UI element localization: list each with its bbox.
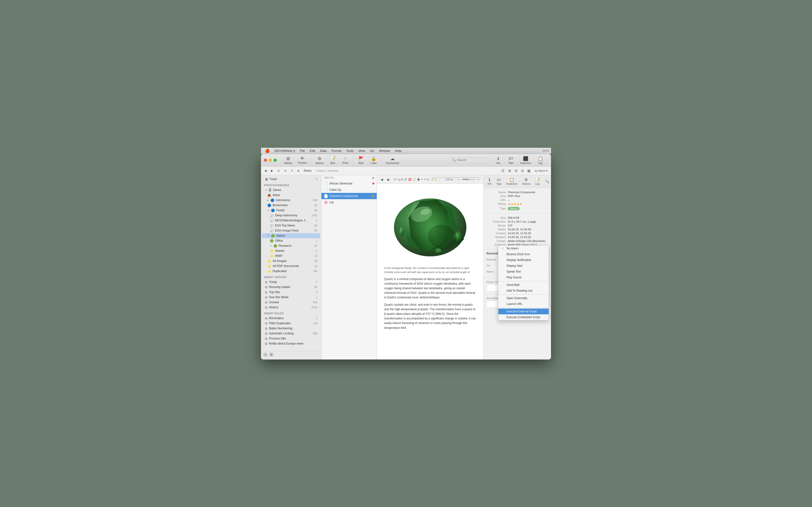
zoom-button[interactable] [273, 159, 277, 162]
label-button[interactable]: 🔒 Label [368, 155, 379, 165]
sidebar-item-trash[interactable]: 🗑 Trash 5 [262, 177, 320, 182]
add-sidebar-item-button[interactable]: + [263, 352, 268, 357]
bold-button[interactable]: B [394, 178, 396, 181]
sort-by-button[interactable]: by Name ▾ [534, 169, 549, 173]
info-tab-inspectors[interactable]: 📋 Inspectors [504, 176, 519, 186]
dropdown-send-mail[interactable]: Send Mail [498, 282, 549, 288]
dropdown-open-externally[interactable]: Open Externally [498, 295, 549, 301]
inspectors-button[interactable]: ⬛ Inspectors [518, 155, 533, 165]
info-tab-tags[interactable]: 🏷 Tags [495, 177, 503, 186]
refresh-icon[interactable]: ↺ [289, 169, 294, 173]
actions-button[interactable]: ⚙ Actions [314, 155, 325, 165]
file-list-calla-lily[interactable]: 📄 Calla Lily [321, 187, 377, 193]
alarm-options-menu[interactable]: ✓ No Alarm Bounce Dock Icon Display Noti… [498, 245, 549, 320]
dropdown-speak-text[interactable]: Speak Text [498, 269, 549, 275]
info-tab-actions[interactable]: ⚙ Actions [520, 176, 532, 186]
doc-back-button[interactable]: ◀ [379, 176, 385, 182]
preview-button[interactable]: 👁 Preview [296, 155, 309, 165]
shape-button[interactable]: ⭕ [408, 178, 412, 181]
sidebar-item-wwf[interactable]: ⭐ WWF 12 [262, 253, 320, 259]
sidebar-item-esa[interactable]: 📰 ESA Top News 25 [262, 223, 320, 228]
sidebar-item-all-images[interactable]: ⭐ All Images 45 [262, 259, 320, 264]
plus-button[interactable]: ➕ [417, 178, 420, 181]
italic-button[interactable]: I [397, 178, 397, 181]
menu-window[interactable]: Window [377, 149, 392, 153]
menu-help[interactable]: Help [393, 149, 403, 153]
sidebar-item-demo[interactable]: ▼ 🗄 Demo [262, 187, 320, 193]
menu-view[interactable]: View [356, 149, 367, 153]
menu-data[interactable]: Data [318, 149, 328, 153]
search-input[interactable] [457, 158, 485, 162]
search-bar[interactable]: 🔍 [449, 157, 488, 163]
doc-forward-button[interactable]: ▶ [386, 176, 392, 182]
zoom-slider[interactable] [463, 179, 475, 180]
sidebar-item-bates-numbering[interactable]: ⊙ Bates Numbering [262, 326, 320, 331]
apple-menu[interactable]: 🍎 [263, 148, 272, 154]
sidebar-item-office[interactable]: 🟢 Office 1 [262, 238, 320, 243]
text-box-button[interactable]: ⬜ [412, 178, 416, 181]
sidebar-item-duplicates[interactable]: ⭐ Duplicates 106 [262, 269, 320, 274]
crop-button[interactable]: ⊡ [427, 178, 429, 181]
mark-button[interactable]: 🚩 Mark [356, 155, 366, 165]
tag-nature[interactable]: Nature [508, 207, 520, 210]
sidebar-item-top-hits[interactable]: ⊙ Top Hits 3 [262, 290, 320, 295]
close-button[interactable] [264, 159, 267, 162]
dropdown-reading-list[interactable]: Add To Reading List [498, 288, 549, 294]
sidebar-item-today[interactable]: ⊙ Today 2 [262, 280, 320, 285]
menu-file[interactable]: File [298, 149, 307, 153]
sidebar-item-astronomy[interactable]: ▶ 🔵 Astronomy 459 [262, 198, 320, 203]
sidebar-item-research[interactable]: ▼ 🟢 Research 52 [262, 243, 320, 248]
sidebar-item-recently-added[interactable]: ⊙ Recently Added 20 [262, 285, 320, 290]
sidebar-item-eso[interactable]: 📰 ESO Image Feed 66 [262, 228, 320, 233]
file-list-african-stonechat[interactable]: 📄 African Stonechat [321, 180, 377, 187]
sidebar-item-feeds[interactable]: ▼ 🔵 Feeds 92 [262, 208, 320, 213]
sidebar-item-bookmarks[interactable]: 🔵 Bookmarks 46 [262, 203, 320, 208]
sidebar-item-inbox[interactable]: 📥 Inbox [262, 193, 320, 198]
file-list-lily[interactable]: 🌸 Lily [321, 199, 377, 206]
info-tab-info[interactable]: ℹ Info [486, 176, 494, 186]
sidebar-settings-button[interactable]: ⚙ [269, 352, 273, 357]
sidebar-item-process-bills[interactable]: ⊙ Process bills [262, 336, 320, 341]
synchronize-button[interactable]: ☁ Synchronize [384, 155, 401, 165]
sidebar-item-deep-astronomy[interactable]: 📰 Deep Astronomy 1452 [262, 213, 320, 218]
strikethrough-button[interactable]: S̶ [401, 178, 403, 181]
minimize-button[interactable] [269, 159, 272, 162]
sidebar-item-devontech[interactable]: 📰 DEVONtechnologies J... 1 [262, 218, 320, 223]
underline-button[interactable]: U [398, 178, 400, 181]
nav-forward-button[interactable]: ▶ [269, 169, 274, 173]
list-view-button[interactable]: ☰ [500, 168, 506, 173]
dropdown-execute-external[interactable]: Execute External Script [498, 308, 549, 314]
menu-devonthink[interactable]: DEVONthink 3 [272, 149, 297, 153]
nav-back-button[interactable]: ◀ [263, 169, 268, 173]
split-view-button[interactable]: ⧉ [520, 168, 525, 173]
sidebar-item-history[interactable]: ⊙ History 4710 [262, 305, 320, 310]
sidebar-item-due-this-week[interactable]: ⊙ Due this Week 1 [262, 295, 320, 300]
cover-view-button[interactable]: ▦ [526, 168, 532, 173]
info-tab-log[interactable]: 📝 Log [533, 176, 542, 186]
column-view-button[interactable]: ⊟ [513, 168, 519, 173]
info-button[interactable]: ℹ Info [493, 155, 504, 165]
menu-tools[interactable]: Tools [344, 149, 355, 153]
menu-edit[interactable]: Edit [308, 149, 317, 153]
icon-view-button[interactable]: ⊞ [507, 168, 513, 173]
alarm-dropdown-menu[interactable] [433, 177, 481, 178]
sidebar-item-reminders[interactable]: ⊙ Reminders 2 [262, 316, 320, 321]
annotation-toolbar-button[interactable]: 📝 [430, 178, 434, 181]
share-button[interactable]: ↑ Share [340, 155, 351, 165]
resize-button[interactable]: ⤡ [435, 178, 437, 181]
dropdown-execute-embedded[interactable]: Execute Embedded Script [498, 314, 549, 320]
dropdown-play-sound[interactable]: Play Sound [498, 275, 549, 280]
rotate-button[interactable]: ↺ [424, 178, 426, 181]
menu-format[interactable]: Format [329, 149, 343, 153]
link-button[interactable]: 🔗 [404, 178, 407, 181]
log-button[interactable]: 📋 Log [535, 155, 546, 165]
align-button[interactable]: ≡ [421, 178, 423, 181]
sidebar-item-nature[interactable]: ▼ 🟢 Nature [262, 233, 320, 238]
file-list-chemical-compounds[interactable]: 📄 Chemical Compounds 🔒 [321, 193, 377, 199]
dropdown-display-notification[interactable]: Display Notification [498, 257, 549, 263]
menu-go[interactable]: Go [368, 149, 376, 153]
dropdown-bounce-dock[interactable]: Bounce Dock Icon [498, 251, 549, 257]
sidebar-item-notify[interactable]: ⊙ Notify about Europa news [262, 341, 320, 346]
sidebar-item-automatic-locking[interactable]: ⊙ Automatic Locking 668 [262, 331, 320, 336]
sidebar-item-sheets[interactable]: ⭐ Sheets 4 [262, 248, 320, 253]
